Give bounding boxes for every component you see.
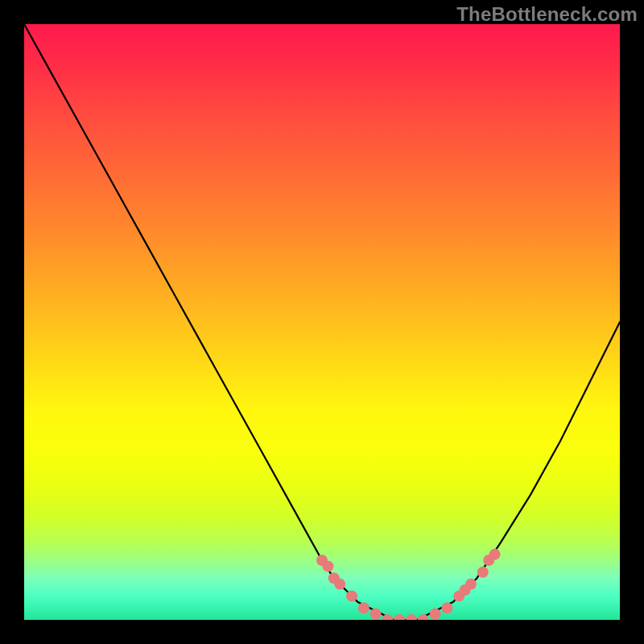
marker-dot [394,614,405,620]
marker-dot [477,567,489,578]
marker-group [316,549,501,620]
marker-dot [430,609,441,620]
marker-dot [358,602,369,613]
chart-overlay [24,24,620,620]
marker-dot [441,602,452,613]
marker-dot [370,609,382,620]
watermark-text: TheBottleneck.com [456,3,638,26]
marker-dot [489,549,501,560]
chart-frame: TheBottleneck.com [0,0,644,644]
marker-dot [322,560,333,572]
plot-area [24,24,620,620]
marker-dot [465,579,477,590]
marker-dot [406,614,417,620]
bottleneck-curve [24,24,620,620]
marker-dot [346,590,357,601]
marker-dot [334,579,345,590]
